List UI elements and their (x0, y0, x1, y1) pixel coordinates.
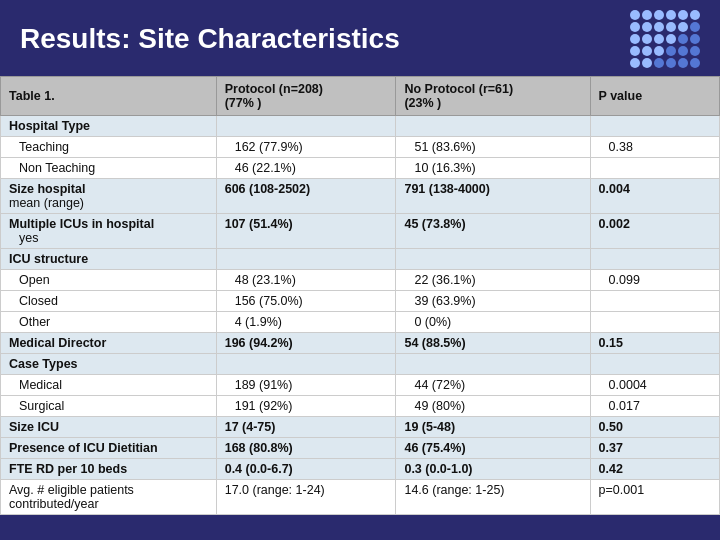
table-row: Open 48 (23.1%) 22 (36.1%) 0.099 (1, 270, 720, 291)
row-pvalue: 0.50 (590, 417, 719, 438)
table-row: Non Teaching 46 (22.1%) 10 (16.3%) (1, 158, 720, 179)
row-label: Teaching (1, 137, 217, 158)
table-row: Size hospitalmean (range) 606 (108-2502)… (1, 179, 720, 214)
table-row: FTE RD per 10 beds 0.4 (0.0-6.7) 0.3 (0.… (1, 459, 720, 480)
row-protocol: 17 (4-75) (216, 417, 396, 438)
row-protocol: 0.4 (0.0-6.7) (216, 459, 396, 480)
row-protocol: 196 (94.2%) (216, 333, 396, 354)
row-pvalue (590, 354, 719, 375)
row-pvalue: p=0.001 (590, 480, 719, 515)
row-label: Closed (1, 291, 217, 312)
row-no-protocol: 51 (83.6%) (396, 137, 590, 158)
row-no-protocol (396, 354, 590, 375)
row-protocol: 17.0 (range: 1-24) (216, 480, 396, 515)
table-row: Hospital Type (1, 116, 720, 137)
row-no-protocol (396, 249, 590, 270)
row-protocol: 191 (92%) (216, 396, 396, 417)
table-row: Medical 189 (91%) 44 (72%) 0.0004 (1, 375, 720, 396)
col-header-4: P value (590, 77, 719, 116)
row-no-protocol: 45 (73.8%) (396, 214, 590, 249)
table-row: Closed 156 (75.0%) 39 (63.9%) (1, 291, 720, 312)
col-header-2: Protocol (n=208)(77% ) (216, 77, 396, 116)
row-protocol: 168 (80.8%) (216, 438, 396, 459)
row-protocol: 107 (51.4%) (216, 214, 396, 249)
table-row: Surgical 191 (92%) 49 (80%) 0.017 (1, 396, 720, 417)
row-pvalue: 0.099 (590, 270, 719, 291)
row-protocol (216, 249, 396, 270)
row-label: Presence of ICU Dietitian (1, 438, 217, 459)
row-pvalue: 0.37 (590, 438, 719, 459)
table-row: ICU structure (1, 249, 720, 270)
row-pvalue: 0.0004 (590, 375, 719, 396)
row-label: Multiple ICUs in hospitalyes (1, 214, 217, 249)
row-pvalue: 0.017 (590, 396, 719, 417)
table-row: Presence of ICU Dietitian 168 (80.8%) 46… (1, 438, 720, 459)
row-no-protocol: 14.6 (range: 1-25) (396, 480, 590, 515)
row-pvalue: 0.002 (590, 214, 719, 249)
row-pvalue: 0.15 (590, 333, 719, 354)
row-pvalue (590, 116, 719, 137)
row-no-protocol: 46 (75.4%) (396, 438, 590, 459)
table-row: Case Types (1, 354, 720, 375)
table-row: Other 4 (1.9%) 0 (0%) (1, 312, 720, 333)
row-no-protocol: 49 (80%) (396, 396, 590, 417)
row-pvalue (590, 158, 719, 179)
row-label: Non Teaching (1, 158, 217, 179)
table-row: Avg. # eligible patientscontributed/year… (1, 480, 720, 515)
row-protocol (216, 354, 396, 375)
row-label: Avg. # eligible patientscontributed/year (1, 480, 217, 515)
table-row: Medical Director 196 (94.2%) 54 (88.5%) … (1, 333, 720, 354)
row-protocol: 4 (1.9%) (216, 312, 396, 333)
row-no-protocol: 0.3 (0.0-1.0) (396, 459, 590, 480)
page-title: Results: Site Characteristics (20, 23, 400, 55)
row-pvalue: 0.004 (590, 179, 719, 214)
row-label: Size ICU (1, 417, 217, 438)
table-container: Table 1. Protocol (n=208)(77% ) No Proto… (0, 76, 720, 515)
decorative-dots (630, 10, 700, 68)
row-pvalue (590, 249, 719, 270)
col-header-1: Table 1. (1, 77, 217, 116)
row-label: Hospital Type (1, 116, 217, 137)
row-label: Medical Director (1, 333, 217, 354)
row-pvalue: 0.38 (590, 137, 719, 158)
row-protocol: 46 (22.1%) (216, 158, 396, 179)
row-no-protocol: 0 (0%) (396, 312, 590, 333)
col-header-3: No Protocol (r=61)(23% ) (396, 77, 590, 116)
row-no-protocol (396, 116, 590, 137)
row-protocol (216, 116, 396, 137)
results-table: Table 1. Protocol (n=208)(77% ) No Proto… (0, 76, 720, 515)
table-row: Size ICU 17 (4-75) 19 (5-48) 0.50 (1, 417, 720, 438)
row-label: Surgical (1, 396, 217, 417)
row-protocol: 606 (108-2502) (216, 179, 396, 214)
row-no-protocol: 791 (138-4000) (396, 179, 590, 214)
table-header-row: Table 1. Protocol (n=208)(77% ) No Proto… (1, 77, 720, 116)
row-protocol: 189 (91%) (216, 375, 396, 396)
row-label: Size hospitalmean (range) (1, 179, 217, 214)
table-row: Multiple ICUs in hospitalyes 107 (51.4%)… (1, 214, 720, 249)
row-pvalue (590, 312, 719, 333)
row-label: ICU structure (1, 249, 217, 270)
row-no-protocol: 10 (16.3%) (396, 158, 590, 179)
row-no-protocol: 54 (88.5%) (396, 333, 590, 354)
row-label: Case Types (1, 354, 217, 375)
row-no-protocol: 19 (5-48) (396, 417, 590, 438)
table-row: Teaching 162 (77.9%) 51 (83.6%) 0.38 (1, 137, 720, 158)
row-protocol: 156 (75.0%) (216, 291, 396, 312)
row-no-protocol: 22 (36.1%) (396, 270, 590, 291)
row-label: Open (1, 270, 217, 291)
row-no-protocol: 44 (72%) (396, 375, 590, 396)
row-label: Medical (1, 375, 217, 396)
row-protocol: 48 (23.1%) (216, 270, 396, 291)
row-label: FTE RD per 10 beds (1, 459, 217, 480)
row-pvalue: 0.42 (590, 459, 719, 480)
page-header: Results: Site Characteristics (0, 0, 720, 76)
row-label: Other (1, 312, 217, 333)
row-no-protocol: 39 (63.9%) (396, 291, 590, 312)
row-pvalue (590, 291, 719, 312)
row-protocol: 162 (77.9%) (216, 137, 396, 158)
